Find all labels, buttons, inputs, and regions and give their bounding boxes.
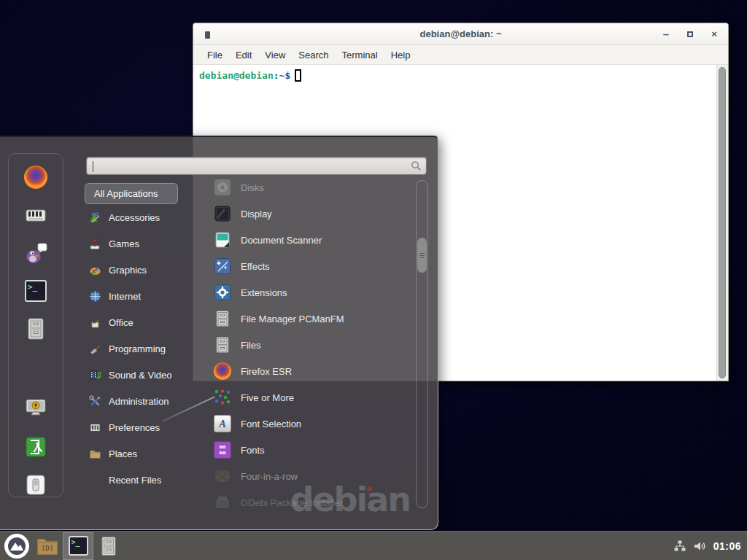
app-item-display[interactable]: Display <box>208 201 414 227</box>
category-label: Graphics <box>109 265 147 276</box>
category-preferences[interactable]: Preferences <box>85 414 201 440</box>
file-cabinet-icon <box>25 317 47 341</box>
category-recent-files[interactable]: Recent Files <box>85 467 201 493</box>
font-selection-icon: A <box>214 415 231 432</box>
category-label: Programming <box>109 343 166 354</box>
terminal-scrollbar[interactable] <box>716 65 728 381</box>
graphics-icon <box>89 264 101 276</box>
app-item-disks[interactable]: Disks <box>208 174 414 201</box>
terminal-scrollbar-thumb[interactable] <box>719 67 726 378</box>
file-cabinet-icon <box>214 310 231 327</box>
maximize-button[interactable] <box>685 23 695 45</box>
favorites-sidebar: >_ <box>8 153 63 497</box>
category-sound-video[interactable]: Sound & Video <box>85 362 201 388</box>
app-label: GDebi Package Installer <box>241 497 343 508</box>
fonts-icon: aa aa <box>214 441 231 459</box>
file-cabinet-icon <box>100 536 117 556</box>
four-in-a-row-icon <box>214 467 231 485</box>
shutdown-icon <box>24 473 47 497</box>
app-item-four-in-a-row[interactable]: Four-in-a-row <box>208 463 414 489</box>
terminal-titlebar[interactable]: debian@debian: ~ – × <box>193 23 728 45</box>
menu-edit[interactable]: Edit <box>229 47 258 63</box>
app-label: Display <box>241 209 272 219</box>
terminal-icon: >_ <box>25 280 47 302</box>
app-label: Fonts <box>241 445 265 456</box>
app-label: Extensions <box>241 287 287 298</box>
menu-terminal[interactable]: Terminal <box>336 47 384 63</box>
category-label: Places <box>109 448 137 459</box>
prompt-path: :~$ <box>274 70 290 81</box>
app-label: Five or More <box>241 392 294 403</box>
category-graphics[interactable]: Graphics <box>85 257 201 283</box>
office-icon <box>89 316 101 329</box>
accessories-icon <box>89 211 101 224</box>
app-item-extensions[interactable]: Extensions <box>208 279 414 306</box>
category-office[interactable]: Office <box>85 309 201 335</box>
app-label: Firefox ESR <box>241 366 292 377</box>
lock-screen-button[interactable] <box>23 396 48 421</box>
close-button[interactable]: × <box>709 23 719 45</box>
lock-screen-icon <box>23 396 48 421</box>
app-item-files[interactable]: Files <box>208 332 414 358</box>
app-item-fonts[interactable]: aa aa Fonts <box>208 437 414 463</box>
category-programming[interactable]: Programming <box>85 335 201 362</box>
preferences-icon <box>89 421 101 434</box>
effects-icon <box>214 257 231 275</box>
network-icon[interactable] <box>673 540 686 553</box>
menu-search[interactable]: Search <box>292 47 335 63</box>
taskbar-file-manager-button[interactable] <box>93 532 124 560</box>
menu-file[interactable]: File <box>201 47 229 63</box>
category-label: Office <box>109 317 133 328</box>
category-label: Internet <box>109 291 141 302</box>
menu-search-box[interactable] <box>86 157 427 175</box>
volume-icon[interactable] <box>693 540 707 553</box>
apps-scrollbar-thumb[interactable] <box>417 238 427 273</box>
menu-view[interactable]: View <box>258 47 292 63</box>
category-label: Preferences <box>109 422 160 433</box>
firefox-icon <box>24 166 47 189</box>
firefox-icon <box>214 362 231 380</box>
category-accessories[interactable]: Accessories <box>85 204 201 230</box>
prompt-user-host: debian@debian <box>199 70 274 81</box>
favorite-firefox-button[interactable] <box>23 166 48 190</box>
taskbar-menu-button[interactable] <box>1 532 32 560</box>
app-item-font-selection[interactable]: A Font Selection <box>208 411 414 437</box>
application-menu: debian <box>0 136 438 530</box>
category-all-applications[interactable]: All Applications <box>85 183 178 204</box>
search-icon <box>411 160 422 171</box>
category-places[interactable]: Places <box>85 440 201 467</box>
pidgin-icon <box>24 241 47 265</box>
taskbar-terminal-button[interactable]: >_ <box>63 532 93 560</box>
document-scanner-icon <box>214 231 231 249</box>
shutdown-button[interactable] <box>23 472 48 497</box>
favorite-pidgin-button[interactable] <box>23 241 48 265</box>
app-item-five-or-more[interactable]: Five or More <box>208 384 414 411</box>
window-controls: – × <box>661 23 719 45</box>
minimize-button[interactable]: – <box>661 23 671 45</box>
taskbar-desktop-folder-button[interactable]: [D] <box>32 532 63 560</box>
taskbar: [D] >_ 01: <box>0 531 747 560</box>
search-input[interactable] <box>91 158 411 174</box>
system-tray: 01:06 <box>673 540 747 553</box>
terminal-window-icon <box>205 31 210 39</box>
category-games[interactable]: Games <box>85 230 201 257</box>
app-item-effects[interactable]: Effects <box>208 253 414 279</box>
app-label: Effects <box>241 261 270 272</box>
app-label: Four-in-a-row <box>241 471 298 482</box>
category-list: Accessories Games Graphics Internet Offi… <box>85 204 201 493</box>
file-cabinet-icon <box>214 336 231 354</box>
taskbar-clock[interactable]: 01:06 <box>713 540 741 552</box>
favorite-files-button[interactable] <box>23 316 48 341</box>
category-internet[interactable]: Internet <box>85 283 201 309</box>
logout-button[interactable] <box>23 435 48 459</box>
app-item-document-scanner[interactable]: Document Scanner <box>208 227 414 253</box>
favorite-terminal-button[interactable]: >_ <box>23 279 48 303</box>
app-item-firefox-esr[interactable]: Firefox ESR <box>208 358 414 384</box>
favorite-mixer-button[interactable] <box>23 203 48 228</box>
app-item-gdebi[interactable]: GDebi Package Installer <box>208 489 414 516</box>
menu-help[interactable]: Help <box>384 47 417 63</box>
category-label: Games <box>109 238 139 249</box>
apps-scrollbar[interactable] <box>416 180 428 508</box>
terminal-menubar: File Edit View Search Terminal Help <box>193 45 728 65</box>
app-item-file-manager-pcmanfm[interactable]: File Manager PCManFM <box>208 306 414 332</box>
